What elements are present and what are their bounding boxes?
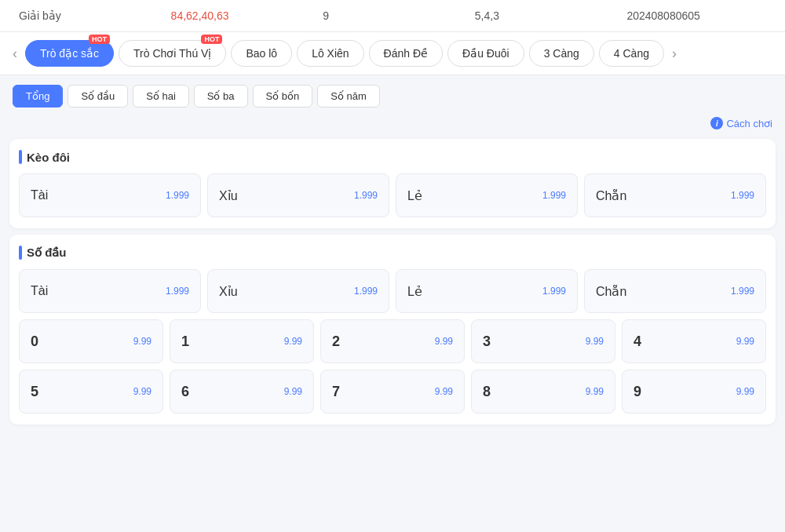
sd-bet-chan[interactable]: Chẵn 1.999 xyxy=(584,269,766,313)
tab-bao-lo[interactable]: Bao lô xyxy=(231,40,292,67)
num-6-label: 6 xyxy=(181,384,189,400)
bet-tai[interactable]: Tài 1.999 xyxy=(19,173,201,217)
tab-tro-dac-sac[interactable]: HOT Trò đặc sắc xyxy=(25,40,114,67)
bet-chan-label: Chẵn xyxy=(596,188,626,203)
num-0-odds: 9.99 xyxy=(133,336,152,347)
num-9-odds: 9.99 xyxy=(736,386,754,397)
tab-3-cang[interactable]: 3 Càng xyxy=(529,40,594,67)
top-col-numbers: 84,62,40,63 xyxy=(165,6,317,25)
bet-le-label: Lẻ xyxy=(407,188,422,203)
bet-le[interactable]: Lẻ 1.999 xyxy=(396,173,578,217)
help-text: Cách chơi xyxy=(726,118,772,129)
sd-xiu-odds: 1.999 xyxy=(354,286,378,297)
num-3-odds: 9.99 xyxy=(586,336,604,347)
bet-xiu[interactable]: Xỉu 1.999 xyxy=(207,173,389,217)
num-9[interactable]: 9 9.99 xyxy=(622,370,766,414)
bet-tai-odds: 1.999 xyxy=(166,190,189,201)
help-row: i Cách chơi xyxy=(0,111,785,133)
help-link[interactable]: i Cách chơi xyxy=(710,117,772,129)
num-0[interactable]: 0 9.99 xyxy=(19,319,163,363)
sd-xiu-label: Xỉu xyxy=(219,284,238,299)
sub-tabs: Tổng Số đầu Số hai Số ba Số bốn Số năm xyxy=(0,75,785,111)
subtab-so-dau[interactable]: Số đầu xyxy=(68,85,128,107)
num-2-label: 2 xyxy=(332,333,340,350)
hot-badge-tro-choi: HOT xyxy=(201,35,222,44)
num-6[interactable]: 6 9.99 xyxy=(170,370,314,414)
num-row-0-4: 0 9.99 1 9.99 2 9.99 3 9.99 4 9.99 xyxy=(19,319,766,363)
sd-bet-tai[interactable]: Tài 1.999 xyxy=(19,269,201,313)
top-col-date: 202408080605 xyxy=(620,6,772,25)
info-icon: i xyxy=(710,117,723,129)
num-9-label: 9 xyxy=(633,384,641,400)
bet-xiu-label: Xỉu xyxy=(219,188,238,203)
num-8[interactable]: 8 9.99 xyxy=(471,370,615,414)
sd-chan-label: Chẵn xyxy=(596,284,626,299)
tab-dau-duoi[interactable]: Đầu Đuôi xyxy=(447,40,524,67)
tab-lo-xien[interactable]: Lô Xiên xyxy=(297,40,363,67)
top-col-name: Giải bảy xyxy=(13,6,165,25)
top-col-count: 9 xyxy=(316,6,469,25)
subtab-so-bon[interactable]: Số bốn xyxy=(253,85,313,107)
num-7-odds: 9.99 xyxy=(435,386,453,397)
num-8-odds: 9.99 xyxy=(586,386,604,397)
num-1[interactable]: 1 9.99 xyxy=(170,319,314,363)
subtab-tong[interactable]: Tổng xyxy=(13,85,63,107)
num-5-label: 5 xyxy=(31,384,38,400)
keo-doi-title: Kèo đôi xyxy=(19,150,766,164)
num-5-odds: 9.99 xyxy=(133,386,152,397)
bet-xiu-odds: 1.999 xyxy=(354,190,378,201)
sd-bet-xiu[interactable]: Xỉu 1.999 xyxy=(207,269,389,313)
sd-bet-le[interactable]: Lẻ 1.999 xyxy=(396,269,578,313)
num-6-odds: 9.99 xyxy=(284,386,302,397)
tab-4-cang[interactable]: 4 Càng xyxy=(599,40,664,67)
num-4-label: 4 xyxy=(633,333,641,350)
num-3[interactable]: 3 9.99 xyxy=(471,319,615,363)
num-3-label: 3 xyxy=(483,333,491,350)
keo-doi-grid: Tài 1.999 Xỉu 1.999 Lẻ 1.999 Chẵn 1.999 xyxy=(19,173,766,217)
num-7[interactable]: 7 9.99 xyxy=(320,370,465,414)
tab-tro-choi-thu-vi[interactable]: HOT Trò Chơi Thú Vị xyxy=(119,40,226,67)
sd-le-label: Lẻ xyxy=(407,284,422,299)
num-0-label: 0 xyxy=(31,333,38,350)
nav-tabs: ‹ HOT Trò đặc sắc HOT Trò Chơi Thú Vị Ba… xyxy=(0,32,785,75)
sd-tai-odds: 1.999 xyxy=(166,286,189,297)
sd-tai-label: Tài xyxy=(31,284,48,298)
num-8-label: 8 xyxy=(483,384,491,400)
top-row: Giải bảy 84,62,40,63 9 5,4,3 20240808060… xyxy=(0,0,785,32)
bet-chan-odds: 1.999 xyxy=(731,190,754,201)
num-1-odds: 9.99 xyxy=(284,336,302,347)
nav-prev-arrow[interactable]: ‹ xyxy=(9,46,20,62)
bet-tai-label: Tài xyxy=(31,188,48,202)
tab-danh-de[interactable]: Đánh Đề xyxy=(369,40,443,67)
subtab-so-nam[interactable]: Số năm xyxy=(317,85,380,107)
bet-chan[interactable]: Chẵn 1.999 xyxy=(584,173,766,217)
num-2[interactable]: 2 9.99 xyxy=(320,319,465,363)
so-dau-txlc-grid: Tài 1.999 Xỉu 1.999 Lẻ 1.999 Chẵn 1.999 xyxy=(19,269,766,313)
num-7-label: 7 xyxy=(332,384,340,400)
nav-next-arrow[interactable]: › xyxy=(669,46,680,62)
so-dau-title: Số đầu xyxy=(19,246,766,260)
num-2-odds: 9.99 xyxy=(435,336,453,347)
so-dau-section: Số đầu Tài 1.999 Xỉu 1.999 Lẻ 1.999 Chẵn… xyxy=(9,235,776,425)
hot-badge-tro-dac-sac: HOT xyxy=(89,35,110,44)
keo-doi-section: Kèo đôi Tài 1.999 Xỉu 1.999 Lẻ 1.999 Chẵ… xyxy=(9,139,776,228)
top-col-extra: 5,4,3 xyxy=(469,6,621,25)
num-5[interactable]: 5 9.99 xyxy=(19,370,163,414)
bet-le-odds: 1.999 xyxy=(542,190,566,201)
sd-le-odds: 1.999 xyxy=(542,286,566,297)
sd-chan-odds: 1.999 xyxy=(731,286,754,297)
num-row-5-9: 5 9.99 6 9.99 7 9.99 8 9.99 9 9.99 xyxy=(19,370,766,414)
num-4-odds: 9.99 xyxy=(736,336,754,347)
num-1-label: 1 xyxy=(181,333,189,350)
subtab-so-hai[interactable]: Số hai xyxy=(133,85,189,107)
subtab-so-ba[interactable]: Số ba xyxy=(194,85,248,107)
num-4[interactable]: 4 9.99 xyxy=(622,319,766,363)
